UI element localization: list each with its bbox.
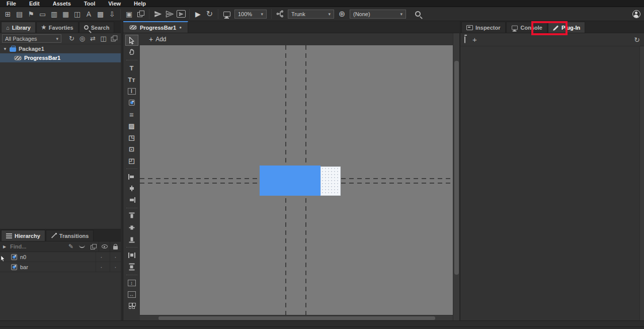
add-button[interactable]: Add (155, 36, 166, 43)
select-tool[interactable] (125, 35, 138, 46)
tab-inspector[interactable]: Inspector (461, 22, 506, 33)
new-font-icon[interactable]: A (83, 9, 95, 20)
zoom-dropdown[interactable]: 100% ▾ (234, 10, 267, 19)
package-filter-dropdown[interactable]: All Packages ▾ (2, 34, 61, 43)
refresh-icon[interactable]: ↻ (67, 35, 76, 42)
lock-column-header[interactable] (110, 241, 121, 252)
tab-library[interactable]: ⌂ Library (1, 22, 36, 33)
distribute-horizontal-button[interactable] (125, 250, 138, 261)
new-slider-icon[interactable]: ◫ (71, 9, 83, 20)
duplicate-icon[interactable] (88, 243, 99, 250)
graph-tool[interactable]: ▨ (125, 120, 138, 131)
toolbar-separator (120, 9, 121, 19)
align-top-button[interactable] (125, 210, 138, 221)
lock-toggle[interactable]: · (110, 262, 121, 272)
new-movieclip-icon[interactable]: ▩ (95, 9, 106, 20)
align-left-button[interactable] (125, 171, 138, 182)
list-tool[interactable]: ≡ (125, 109, 138, 120)
language-dropdown[interactable]: (None) ▾ (350, 10, 406, 19)
play-icon[interactable]: ▶ (192, 9, 204, 20)
richtext-tool[interactable]: Tᴛ (125, 74, 138, 85)
arrange-grid-button[interactable] (125, 300, 138, 311)
right-panel: Inspector Console Plug-In + ↻ (460, 21, 644, 320)
tab-plugin[interactable]: Plug-In (548, 22, 585, 33)
menu-help[interactable]: Help (127, 0, 152, 7)
screen-preview-icon[interactable] (221, 9, 232, 20)
save-icon[interactable]: ▣ (123, 9, 135, 20)
publish-icon[interactable] (152, 9, 164, 20)
account-button[interactable] (630, 9, 642, 20)
menu-tool[interactable]: Tool (77, 0, 102, 7)
search-button[interactable] (412, 9, 424, 20)
expander-icon[interactable]: ▼ (3, 47, 7, 51)
menu-edit[interactable]: Edit (23, 0, 46, 7)
publish-all-icon[interactable] (164, 9, 175, 20)
find-input[interactable] (10, 243, 65, 250)
new-component-icon[interactable]: ▤ (14, 9, 25, 20)
progressbar-fill[interactable] (260, 166, 320, 196)
image-tool[interactable] (125, 97, 138, 108)
tree-item-progressbar1[interactable]: ProgressBar1 (0, 53, 121, 62)
same-height-button[interactable]: ↕ (125, 277, 138, 288)
menu-view[interactable]: View (102, 0, 127, 7)
import-icon[interactable]: ⇩ (106, 9, 118, 20)
visibility-column-header[interactable] (99, 241, 110, 252)
add-plugin-button[interactable]: + (472, 35, 477, 44)
menu-file[interactable]: File (0, 0, 23, 7)
loader-tool[interactable]: ⊡ (125, 143, 138, 154)
edit-icon[interactable]: ✎ (65, 243, 76, 250)
new-button-icon[interactable]: ▭ (37, 9, 48, 20)
tab-console[interactable]: Console (506, 22, 547, 33)
model3d-tool[interactable]: ◳ (125, 132, 138, 143)
branch-dropdown[interactable]: Trunk ▾ (288, 10, 334, 19)
image-node-icon (11, 264, 17, 270)
eyelash-icon[interactable] (76, 245, 88, 248)
progressbar-item-label: ProgressBar1 (24, 55, 60, 61)
vertical-scrollbar-thumb[interactable] (454, 61, 459, 275)
hierarchy-row-n0[interactable]: n0 · · (0, 252, 121, 262)
group-view-icon[interactable] (109, 35, 119, 42)
align-middle-button[interactable] (125, 222, 138, 233)
fairygui-editor-window: File Edit Assets Tool View Help ⊞ ▤ ⚑ ▭ … (0, 0, 644, 329)
tab-hierarchy[interactable]: Hierarchy (1, 230, 45, 241)
horizontal-scrollbar-thumb[interactable] (158, 316, 435, 320)
tree-item-package1[interactable]: ▼ Package1 (0, 44, 121, 53)
reload-plugins-button[interactable]: ↻ (634, 36, 640, 44)
visibility-toggle[interactable]: · (96, 252, 107, 262)
align-bottom-button[interactable] (125, 233, 138, 244)
new-label-icon[interactable]: ▥ (48, 9, 60, 20)
menu-assets[interactable]: Assets (46, 0, 77, 7)
new-progressbar-icon[interactable]: ▦ (60, 9, 71, 20)
distribute-vertical-button[interactable] (125, 261, 138, 272)
bookmark-icon[interactable]: ⚑ (25, 9, 37, 20)
new-package-icon[interactable]: ⊞ (2, 9, 14, 20)
design-canvas[interactable] (140, 45, 453, 315)
component-tool[interactable]: ◰ (125, 155, 138, 166)
right-scrollbar-track[interactable] (639, 46, 644, 320)
horizontal-scrollbar[interactable] (140, 315, 453, 320)
open-folder-button[interactable] (464, 37, 465, 43)
swap-view-icon[interactable]: ⇄ (88, 35, 98, 42)
columns-view-icon[interactable]: ◫ (99, 35, 108, 42)
vertical-scrollbar[interactable] (453, 33, 459, 320)
locate-icon[interactable]: ◎ (77, 35, 87, 42)
tab-search[interactable]: Search (79, 22, 115, 33)
expander-icon[interactable]: ▶ (3, 244, 10, 249)
tab-document-progressbar1[interactable]: ProgressBar1 ● (123, 21, 188, 33)
publish-settings-icon[interactable] (175, 9, 187, 20)
same-width-button[interactable]: ↔ (125, 289, 138, 300)
visibility-toggle[interactable]: · (96, 262, 107, 272)
folder-icon (464, 36, 465, 43)
restart-icon[interactable]: ↻ (204, 9, 215, 20)
align-center-button[interactable] (125, 183, 138, 194)
input-text-tool[interactable]: I (125, 86, 138, 97)
hand-tool[interactable] (125, 46, 138, 57)
align-right-button[interactable] (125, 194, 138, 205)
tab-transitions[interactable]: Transitions (46, 230, 94, 241)
text-tool[interactable]: T (125, 62, 138, 73)
save-all-icon[interactable] (135, 9, 146, 20)
hierarchy-row-bar[interactable]: bar · · (0, 262, 121, 272)
tab-favorites[interactable]: ★ Favorties (36, 22, 78, 33)
progressbar-track[interactable] (320, 167, 341, 196)
lock-toggle[interactable]: · (110, 252, 121, 262)
